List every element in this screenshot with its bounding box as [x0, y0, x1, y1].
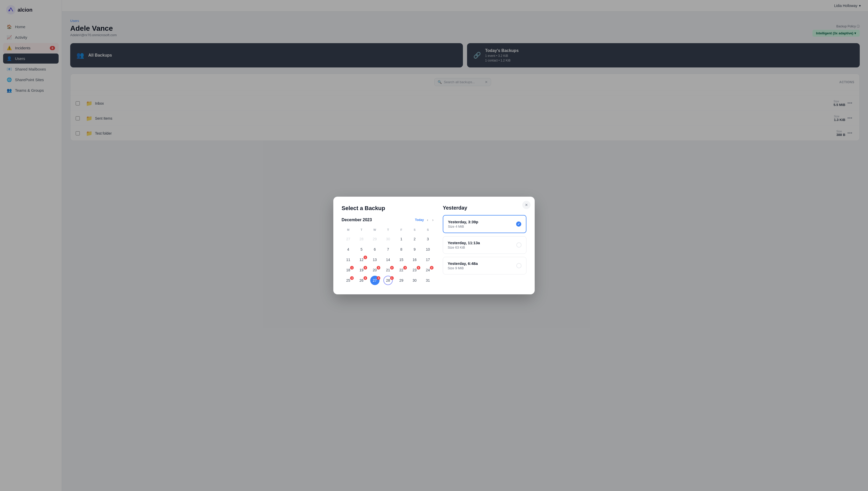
calendar-prev-button[interactable]: ‹: [426, 217, 429, 223]
calendar-week-3: 11 121 13 14 15 16 17: [342, 255, 435, 264]
dow-f: F: [395, 227, 408, 232]
calendar-days-of-week: M T W T F S S: [342, 227, 435, 232]
cal-day[interactable]: 3: [423, 234, 432, 244]
backup-option-1[interactable]: Yesterday, 11:13a Size 63 KiB: [443, 236, 526, 254]
backup-time: Yesterday, 6:48a: [448, 261, 477, 266]
cal-badge: 1: [350, 266, 354, 269]
cal-day[interactable]: 29: [397, 276, 406, 285]
backup-option-2[interactable]: Yesterday, 6:48a Size 9 MiB: [443, 257, 526, 275]
cal-day[interactable]: 29: [370, 234, 379, 244]
radio-selected: ✓: [516, 222, 521, 227]
backup-option-info: Yesterday, 3:39p Size 4 MiB: [448, 220, 478, 228]
dow-t1: T: [355, 227, 368, 232]
cal-day[interactable]: 28: [357, 234, 366, 244]
backup-list-panel: Yesterday Yesterday, 3:39p Size 4 MiB ✓ …: [443, 205, 526, 286]
cal-badge: 3: [417, 266, 420, 269]
backup-time: Yesterday, 3:39p: [448, 220, 478, 224]
cal-badge: 3: [350, 276, 354, 280]
backup-time: Yesterday, 11:13a: [448, 240, 480, 245]
cal-day[interactable]: 1: [397, 234, 406, 244]
cal-day[interactable]: 14: [383, 255, 393, 264]
cal-day[interactable]: 10: [423, 245, 432, 254]
cal-day[interactable]: 6: [370, 245, 379, 254]
cal-badge: 1: [390, 276, 394, 280]
cal-day[interactable]: 13: [370, 255, 379, 264]
cal-day[interactable]: 4: [344, 245, 353, 254]
dow-w: W: [368, 227, 381, 232]
calendar-today-button[interactable]: Today: [415, 218, 424, 222]
dow-s1: S: [408, 227, 421, 232]
backup-size: Size 4 MiB: [448, 225, 478, 228]
backup-size: Size 9 MiB: [448, 266, 477, 270]
radio-unselected: [516, 242, 522, 248]
cal-badge: 3: [377, 276, 380, 280]
cal-badge: 3: [364, 276, 367, 280]
dow-s2: S: [421, 227, 435, 232]
cal-badge: 3: [390, 266, 394, 269]
dow-m: M: [342, 227, 355, 232]
calendar-panel: Select a Backup December 2023 Today ‹ › …: [342, 205, 435, 286]
cal-day[interactable]: 17: [423, 255, 432, 264]
dow-t2: T: [381, 227, 395, 232]
cal-day[interactable]: 30: [410, 276, 419, 285]
cal-badge: 3: [364, 266, 367, 269]
modal-overlay[interactable]: × Select a Backup December 2023 Today ‹ …: [0, 0, 868, 491]
cal-badge: 3: [377, 266, 380, 269]
cal-day[interactable]: 7: [383, 245, 393, 254]
calendar-week-1: 27 28 29 30 1 2 3: [342, 234, 435, 244]
cal-day[interactable]: 5: [357, 245, 366, 254]
cal-day[interactable]: 30: [383, 234, 393, 244]
calendar-month-year: December 2023: [342, 218, 413, 222]
cal-day[interactable]: 27: [344, 234, 353, 244]
cal-badge: 3: [403, 266, 407, 269]
calendar-header: December 2023 Today ‹ ›: [342, 217, 435, 223]
radio-unselected: [516, 263, 522, 268]
calendar-next-button[interactable]: ›: [431, 217, 435, 223]
calendar-week-2: 4 5 6 7 8 9 10: [342, 245, 435, 254]
modal-title: Select a Backup: [342, 205, 435, 212]
backup-option-0[interactable]: Yesterday, 3:39p Size 4 MiB ✓: [443, 215, 526, 233]
cal-badge: 3: [430, 266, 433, 269]
calendar-week-5: 253 263 273 281 29 30 31: [342, 276, 435, 285]
cal-badge: 1: [364, 256, 367, 259]
select-backup-modal: × Select a Backup December 2023 Today ‹ …: [333, 197, 535, 294]
backup-section-title: Yesterday: [443, 205, 526, 211]
calendar-grid: M T W T F S S 27 28 29 30 1 2 3: [342, 227, 435, 285]
backup-size: Size 63 KiB: [448, 246, 480, 249]
backup-option-info: Yesterday, 6:48a Size 9 MiB: [448, 261, 477, 270]
cal-day[interactable]: 11: [344, 255, 353, 264]
cal-day[interactable]: 31: [423, 276, 432, 285]
cal-day[interactable]: 2: [410, 234, 419, 244]
cal-day[interactable]: 16: [410, 255, 419, 264]
cal-day[interactable]: 8: [397, 245, 406, 254]
checkmark-icon: ✓: [517, 222, 520, 226]
backup-option-info: Yesterday, 11:13a Size 63 KiB: [448, 240, 480, 249]
calendar-week-4: 181 193 203 213 223 233 243: [342, 265, 435, 275]
cal-day[interactable]: 9: [410, 245, 419, 254]
modal-close-button[interactable]: ×: [522, 201, 531, 209]
cal-day[interactable]: 15: [397, 255, 406, 264]
